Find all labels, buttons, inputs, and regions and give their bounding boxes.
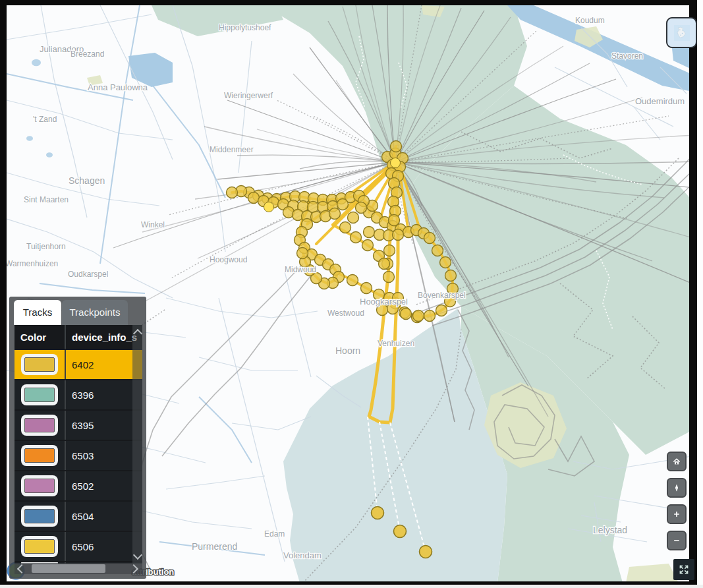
tracks-panel: Tracks Trackpoints Color device_info_s 6… bbox=[9, 297, 146, 579]
place-label: Sint Maarten bbox=[24, 195, 69, 204]
place-label: Koudum bbox=[575, 16, 605, 25]
color-cell bbox=[14, 502, 66, 531]
track-row-6395[interactable]: 6395 bbox=[14, 411, 142, 440]
color-cell bbox=[14, 532, 66, 561]
tab-trackpoints[interactable]: Trackpoints bbox=[62, 300, 128, 325]
device-id: 6396 bbox=[66, 380, 142, 409]
vertical-scrollbar[interactable] bbox=[132, 325, 142, 564]
place-label: Oudkarspel bbox=[68, 270, 108, 279]
device-id: 6502 bbox=[66, 471, 142, 500]
place-label: Warmenhuizen bbox=[7, 259, 58, 268]
right-margin bbox=[697, 0, 703, 588]
track-rows: 6402639663956503650265046506 bbox=[14, 350, 142, 564]
panel-tabbar: Tracks Trackpoints bbox=[10, 297, 146, 325]
place-label: Westwoud bbox=[327, 309, 364, 318]
overview-inset-map-icon bbox=[674, 25, 690, 41]
plus-icon bbox=[672, 506, 681, 522]
expand-arrows-icon bbox=[677, 562, 690, 577]
scroll-up-icon[interactable] bbox=[133, 329, 142, 338]
place-label: Hoogwoud bbox=[210, 255, 247, 264]
compass-needle-icon bbox=[672, 480, 681, 496]
zoom-in-button[interactable] bbox=[667, 504, 687, 524]
place-label: Hoogkarspel bbox=[360, 297, 408, 307]
place-label: Breezand bbox=[70, 49, 104, 59]
place-label: Tuitjenhorn bbox=[26, 242, 66, 251]
place-label: Middenmeer bbox=[210, 145, 254, 154]
color-swatch[interactable] bbox=[21, 445, 58, 466]
place-label: Edam bbox=[264, 529, 285, 539]
compass-button[interactable] bbox=[667, 478, 687, 498]
device-id: 6504 bbox=[66, 502, 142, 531]
swatch-color bbox=[24, 509, 55, 523]
color-cell bbox=[14, 441, 66, 470]
track-row-6396[interactable]: 6396 bbox=[14, 380, 142, 409]
scroll-right-icon[interactable] bbox=[129, 564, 138, 573]
tab-tracks[interactable]: Tracks bbox=[14, 300, 61, 325]
home-extent-button[interactable] bbox=[667, 452, 687, 471]
device-id: 6395 bbox=[66, 411, 142, 440]
scrollbar-thumb[interactable] bbox=[32, 564, 105, 573]
device-id: 6402 bbox=[66, 350, 142, 379]
place-label: Schagen bbox=[69, 175, 105, 186]
place-label: Bovenkarspel bbox=[418, 291, 466, 300]
color-cell bbox=[14, 380, 66, 409]
color-swatch[interactable] bbox=[21, 506, 58, 527]
place-label: Winkel bbox=[141, 220, 165, 229]
overview-map-button[interactable] bbox=[666, 17, 697, 48]
color-swatch[interactable] bbox=[21, 354, 58, 375]
place-label: Hippolytushoef bbox=[219, 23, 271, 32]
column-header-device-info: device_info_s bbox=[66, 325, 142, 349]
swatch-color bbox=[24, 479, 55, 493]
color-cell bbox=[14, 471, 66, 500]
place-label: Purmerend bbox=[192, 541, 237, 552]
place-label: Volendam bbox=[283, 550, 322, 560]
color-swatch[interactable] bbox=[21, 415, 58, 436]
track-row-6503[interactable]: 6503 bbox=[14, 441, 142, 470]
place-label: Oudemirdum bbox=[635, 96, 685, 106]
zoom-out-button[interactable] bbox=[667, 531, 687, 550]
place-label: Lelystad bbox=[593, 525, 627, 535]
swatch-color bbox=[24, 357, 55, 372]
track-row-6504[interactable]: 6504 bbox=[14, 502, 142, 531]
scroll-left-icon[interactable] bbox=[17, 564, 26, 573]
color-swatch[interactable] bbox=[21, 475, 58, 496]
color-swatch[interactable] bbox=[21, 536, 58, 557]
place-label: 't Zand bbox=[33, 115, 57, 124]
track-row-6502[interactable]: 6502 bbox=[14, 471, 142, 500]
track-row-6506[interactable]: 6506 bbox=[14, 532, 142, 561]
place-label: Hoorn bbox=[335, 345, 360, 356]
app-window: JulianadorpBreezandAnna Paulowna't ZandH… bbox=[0, 0, 703, 588]
tracks-table: Color device_info_s 64026396639565036502… bbox=[14, 325, 142, 564]
place-label: Stavoren bbox=[611, 51, 643, 61]
color-cell bbox=[14, 411, 66, 440]
place-label: Midwoud bbox=[285, 265, 316, 274]
swatch-color bbox=[24, 539, 55, 554]
fullscreen-button[interactable] bbox=[673, 559, 694, 580]
home-icon bbox=[672, 454, 681, 469]
place-label: Anna Paulowna bbox=[88, 82, 148, 92]
horizontal-scrollbar[interactable] bbox=[14, 563, 142, 574]
device-id: 6503 bbox=[66, 441, 142, 470]
table-header: Color device_info_s bbox=[14, 325, 142, 349]
bottom-margin bbox=[0, 585, 703, 588]
device-id: 6506 bbox=[66, 532, 142, 561]
swatch-color bbox=[24, 418, 55, 432]
place-label: Venhuizen bbox=[378, 339, 414, 348]
column-header-color: Color bbox=[14, 325, 66, 349]
swatch-color bbox=[24, 388, 55, 402]
scroll-down-icon[interactable] bbox=[133, 550, 142, 560]
swatch-color bbox=[24, 448, 55, 463]
color-swatch[interactable] bbox=[21, 384, 58, 405]
color-cell bbox=[14, 350, 66, 379]
place-label: Wieringerwerf bbox=[224, 91, 273, 100]
track-row-6402[interactable]: 6402 bbox=[14, 350, 142, 379]
minus-icon bbox=[672, 533, 681, 548]
